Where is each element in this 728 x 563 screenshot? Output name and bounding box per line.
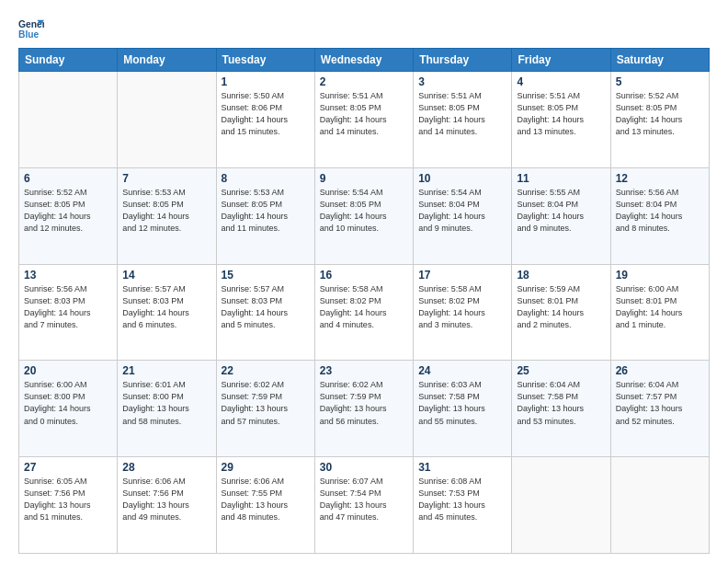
day-number: 29 [222,461,310,474]
calendar-cell [19,72,118,168]
calendar-cell: 2Sunrise: 5:51 AM Sunset: 8:05 PM Daylig… [314,72,413,168]
calendar-cell: 31Sunrise: 6:08 AM Sunset: 7:53 PM Dayli… [414,457,512,554]
calendar-cell: 19Sunrise: 6:00 AM Sunset: 8:01 PM Dayli… [610,264,709,361]
calendar-cell: 21Sunrise: 6:01 AM Sunset: 8:00 PM Dayli… [118,361,216,457]
day-info: Sunrise: 6:08 AM Sunset: 7:53 PM Dayligh… [418,476,506,523]
calendar-cell: 8Sunrise: 5:53 AM Sunset: 8:05 PM Daylig… [216,167,314,264]
weekday-header-thursday: Thursday [414,49,512,72]
header: General Blue [18,17,710,42]
day-info: Sunrise: 6:00 AM Sunset: 8:00 PM Dayligh… [24,379,112,427]
day-number: 2 [320,75,408,88]
calendar-cell: 5Sunrise: 5:52 AM Sunset: 8:05 PM Daylig… [610,72,709,168]
weekday-header-monday: Monday [118,49,216,72]
day-number: 13 [24,269,112,282]
calendar-cell: 20Sunrise: 6:00 AM Sunset: 8:00 PM Dayli… [19,361,118,457]
day-number: 3 [418,75,506,88]
calendar-cell: 30Sunrise: 6:07 AM Sunset: 7:54 PM Dayli… [314,457,413,554]
calendar-cell: 7Sunrise: 5:53 AM Sunset: 8:05 PM Daylig… [118,167,216,264]
logo-icon: General Blue [18,17,44,42]
day-number: 5 [616,75,704,88]
calendar-cell: 14Sunrise: 5:57 AM Sunset: 8:03 PM Dayli… [118,264,216,361]
page: General Blue SundayMondayTuesdayWednesda… [0,0,728,563]
calendar-cell: 16Sunrise: 5:58 AM Sunset: 8:02 PM Dayli… [314,264,413,361]
day-number: 28 [122,461,210,474]
day-info: Sunrise: 6:07 AM Sunset: 7:54 PM Dayligh… [320,476,408,523]
day-info: Sunrise: 5:52 AM Sunset: 8:05 PM Dayligh… [616,90,704,138]
day-info: Sunrise: 5:55 AM Sunset: 8:04 PM Dayligh… [517,187,605,235]
day-number: 12 [616,172,704,185]
day-info: Sunrise: 5:51 AM Sunset: 8:05 PM Dayligh… [320,90,408,138]
day-number: 10 [418,172,506,185]
calendar-cell: 1Sunrise: 5:50 AM Sunset: 8:06 PM Daylig… [216,72,314,168]
day-info: Sunrise: 5:56 AM Sunset: 8:03 PM Dayligh… [24,283,112,331]
day-info: Sunrise: 6:03 AM Sunset: 7:58 PM Dayligh… [418,379,506,427]
day-number: 11 [517,172,605,185]
calendar-cell [610,457,709,554]
day-number: 31 [418,461,506,474]
calendar-cell: 6Sunrise: 5:52 AM Sunset: 8:05 PM Daylig… [19,167,118,264]
calendar-cell: 11Sunrise: 5:55 AM Sunset: 8:04 PM Dayli… [512,167,610,264]
calendar-week-3: 13Sunrise: 5:56 AM Sunset: 8:03 PM Dayli… [19,264,710,361]
calendar-cell: 18Sunrise: 5:59 AM Sunset: 8:01 PM Dayli… [512,264,610,361]
day-number: 16 [320,269,408,282]
day-number: 7 [122,172,210,185]
day-number: 15 [222,269,310,282]
calendar-cell: 15Sunrise: 5:57 AM Sunset: 8:03 PM Dayli… [216,264,314,361]
calendar-week-5: 27Sunrise: 6:05 AM Sunset: 7:56 PM Dayli… [19,457,710,554]
day-number: 22 [222,364,310,377]
day-number: 27 [24,461,112,474]
weekday-header-saturday: Saturday [610,49,709,72]
day-info: Sunrise: 5:57 AM Sunset: 8:03 PM Dayligh… [122,283,210,331]
weekday-header-wednesday: Wednesday [314,49,413,72]
day-info: Sunrise: 6:05 AM Sunset: 7:56 PM Dayligh… [24,476,112,523]
day-number: 18 [517,269,605,282]
day-info: Sunrise: 6:00 AM Sunset: 8:01 PM Dayligh… [616,283,704,331]
calendar-cell: 4Sunrise: 5:51 AM Sunset: 8:05 PM Daylig… [512,72,610,168]
calendar-cell: 9Sunrise: 5:54 AM Sunset: 8:05 PM Daylig… [314,167,413,264]
day-number: 9 [320,172,408,185]
calendar-week-1: 1Sunrise: 5:50 AM Sunset: 8:06 PM Daylig… [19,72,710,168]
day-info: Sunrise: 5:57 AM Sunset: 8:03 PM Dayligh… [222,283,310,331]
day-number: 30 [320,461,408,474]
day-info: Sunrise: 5:52 AM Sunset: 8:05 PM Dayligh… [24,187,112,235]
day-info: Sunrise: 6:02 AM Sunset: 7:59 PM Dayligh… [320,379,408,427]
day-number: 17 [418,269,506,282]
day-info: Sunrise: 5:54 AM Sunset: 8:04 PM Dayligh… [418,187,506,235]
calendar-cell: 28Sunrise: 6:06 AM Sunset: 7:56 PM Dayli… [118,457,216,554]
logo: General Blue [18,17,44,42]
day-number: 23 [320,364,408,377]
day-number: 21 [122,364,210,377]
day-info: Sunrise: 5:50 AM Sunset: 8:06 PM Dayligh… [222,90,310,138]
weekday-header-row: SundayMondayTuesdayWednesdayThursdayFrid… [19,49,710,72]
day-number: 4 [517,75,605,88]
day-info: Sunrise: 6:02 AM Sunset: 7:59 PM Dayligh… [222,379,310,427]
day-info: Sunrise: 5:51 AM Sunset: 8:05 PM Dayligh… [418,90,506,138]
day-info: Sunrise: 5:58 AM Sunset: 8:02 PM Dayligh… [418,283,506,331]
calendar-cell [512,457,610,554]
calendar-week-4: 20Sunrise: 6:00 AM Sunset: 8:00 PM Dayli… [19,361,710,457]
day-info: Sunrise: 5:56 AM Sunset: 8:04 PM Dayligh… [616,187,704,235]
calendar-cell [118,72,216,168]
calendar-week-2: 6Sunrise: 5:52 AM Sunset: 8:05 PM Daylig… [19,167,710,264]
day-info: Sunrise: 5:51 AM Sunset: 8:05 PM Dayligh… [517,90,605,138]
day-info: Sunrise: 6:06 AM Sunset: 7:56 PM Dayligh… [122,476,210,523]
calendar-cell: 23Sunrise: 6:02 AM Sunset: 7:59 PM Dayli… [314,361,413,457]
calendar-table: SundayMondayTuesdayWednesdayThursdayFrid… [18,48,710,554]
calendar-cell: 13Sunrise: 5:56 AM Sunset: 8:03 PM Dayli… [19,264,118,361]
day-info: Sunrise: 6:06 AM Sunset: 7:55 PM Dayligh… [222,476,310,523]
calendar-cell: 26Sunrise: 6:04 AM Sunset: 7:57 PM Dayli… [610,361,709,457]
calendar-cell: 17Sunrise: 5:58 AM Sunset: 8:02 PM Dayli… [414,264,512,361]
day-number: 14 [122,269,210,282]
weekday-header-friday: Friday [512,49,610,72]
day-number: 8 [222,172,310,185]
calendar-cell: 24Sunrise: 6:03 AM Sunset: 7:58 PM Dayli… [414,361,512,457]
day-number: 6 [24,172,112,185]
day-number: 25 [517,364,605,377]
calendar-cell: 10Sunrise: 5:54 AM Sunset: 8:04 PM Dayli… [414,167,512,264]
day-number: 20 [24,364,112,377]
day-info: Sunrise: 6:04 AM Sunset: 7:57 PM Dayligh… [616,379,704,427]
calendar-cell: 12Sunrise: 5:56 AM Sunset: 8:04 PM Dayli… [610,167,709,264]
calendar-cell: 29Sunrise: 6:06 AM Sunset: 7:55 PM Dayli… [216,457,314,554]
day-info: Sunrise: 5:59 AM Sunset: 8:01 PM Dayligh… [517,283,605,331]
calendar-cell: 27Sunrise: 6:05 AM Sunset: 7:56 PM Dayli… [19,457,118,554]
